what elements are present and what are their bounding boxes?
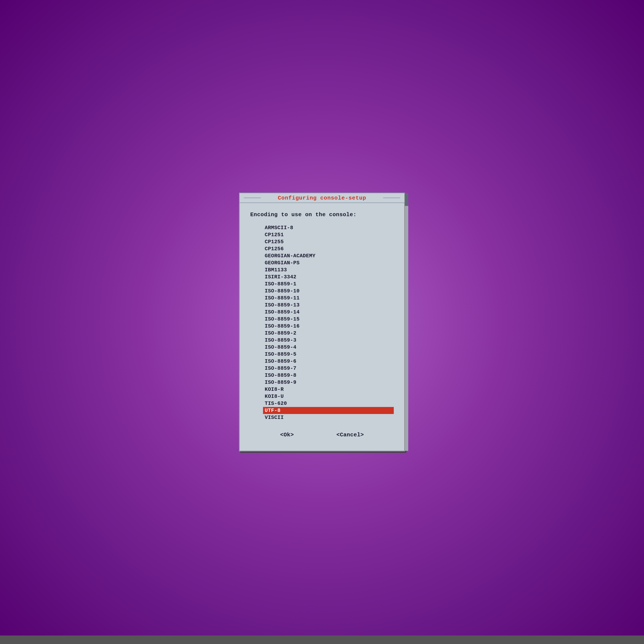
encoding-item-iso-8859-13[interactable]: ISO-8859-13 <box>263 302 394 309</box>
dialog-title-bar: Configuring console-setup <box>240 193 404 203</box>
encoding-item-iso-8859-3[interactable]: ISO-8859-3 <box>263 337 394 344</box>
encoding-item-viscii[interactable]: VISCII <box>263 414 394 421</box>
scrollbar-thumb[interactable] <box>405 193 408 206</box>
encoding-item-iso-8859-11[interactable]: ISO-8859-11 <box>263 295 394 302</box>
encoding-item-cp1251[interactable]: CP1251 <box>263 231 394 238</box>
encoding-item-georgian-ps[interactable]: GEORGIAN-PS <box>263 259 394 266</box>
cancel-button[interactable]: <Cancel> <box>336 432 364 438</box>
encoding-item-iso-8859-16[interactable]: ISO-8859-16 <box>263 323 394 330</box>
encoding-item-iso-8859-7[interactable]: ISO-8859-7 <box>263 365 394 372</box>
prompt-text: Encoding to use on the console: <box>250 211 394 218</box>
encoding-item-armscii-8[interactable]: ARMSCII-8 <box>263 224 394 231</box>
encoding-item-iso-8859-1[interactable]: ISO-8859-1 <box>263 280 394 287</box>
encoding-item-iso-8859-5[interactable]: ISO-8859-5 <box>263 351 394 358</box>
encoding-item-iso-8859-2[interactable]: ISO-8859-2 <box>263 330 394 337</box>
encoding-item-iso-8859-10[interactable]: ISO-8859-10 <box>263 287 394 295</box>
encoding-item-iso-8859-4[interactable]: ISO-8859-4 <box>263 344 394 351</box>
ok-button[interactable]: <Ok> <box>280 432 294 438</box>
encoding-list: ARMSCII-8CP1251CP1255CP1256GEORGIAN-ACAD… <box>263 224 394 421</box>
encoding-item-koi8-u[interactable]: KOI8-U <box>263 393 394 400</box>
encoding-item-cp1255[interactable]: CP1255 <box>263 238 394 245</box>
dialog-buttons: <Ok> <Cancel> <box>250 427 394 444</box>
console-setup-dialog: Configuring console-setup Encoding to us… <box>239 193 405 451</box>
encoding-item-iso-8859-15[interactable]: ISO-8859-15 <box>263 316 394 323</box>
encoding-item-isiri-3342[interactable]: ISIRI-3342 <box>263 273 394 280</box>
encoding-item-ibm1133[interactable]: IBM1133 <box>263 266 394 273</box>
encoding-item-iso-8859-6[interactable]: ISO-8859-6 <box>263 358 394 365</box>
encoding-item-koi8-r[interactable]: KOI8-R <box>263 386 394 393</box>
scrollbar[interactable] <box>404 193 408 451</box>
encoding-item-georgian-academy[interactable]: GEORGIAN-ACADEMY <box>263 252 394 259</box>
encoding-item-cp1256[interactable]: CP1256 <box>263 245 394 252</box>
dialog-body: Encoding to use on the console: ARMSCII-… <box>240 203 404 451</box>
encoding-item-iso-8859-8[interactable]: ISO-8859-8 <box>263 372 394 379</box>
dialog-wrapper: Configuring console-setup Encoding to us… <box>239 193 405 451</box>
dialog-title: Configuring console-setup <box>278 195 366 201</box>
encoding-item-utf-8[interactable]: UTF-8 <box>263 407 394 414</box>
encoding-item-iso-8859-14[interactable]: ISO-8859-14 <box>263 309 394 316</box>
taskbar <box>0 635 644 644</box>
encoding-item-iso-8859-9[interactable]: ISO-8859-9 <box>263 379 394 386</box>
encoding-item-tis-620[interactable]: TIS-620 <box>263 400 394 407</box>
